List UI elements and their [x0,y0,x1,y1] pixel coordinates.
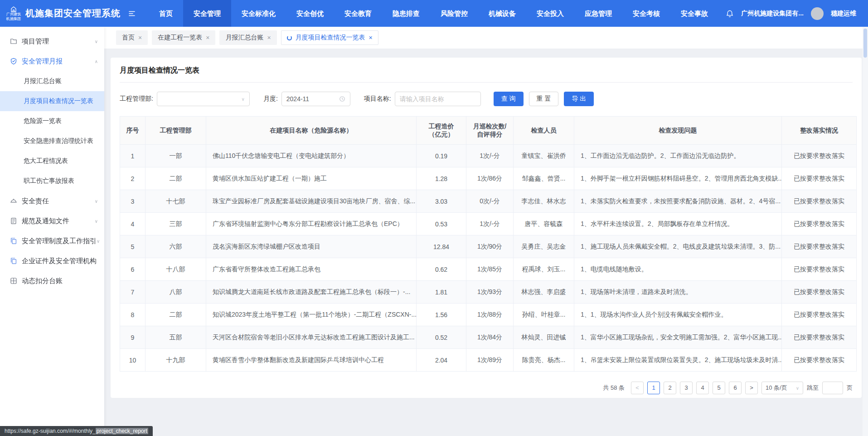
top-nav-item[interactable]: 安全管理 [183,0,231,27]
col-status: 整改落实情况 [782,117,857,145]
top-nav-item-label: 机械设备 [489,10,516,17]
col-dept: 工程管理部 [145,117,206,145]
header-right: 广州机施建设集团有... 穗建运维 [726,7,868,20]
cell-inspectors: 孙绍、叶桂章... [514,304,574,326]
top-nav-item[interactable]: 应急管理 [574,0,622,27]
cell-inspectors: 邹鑫鑫、曾贤... [514,167,574,190]
chevron-down-icon: ∨ [95,39,98,44]
table-row: 2 二部 黄埔区供水加压站扩建工程（一期）施工 1.28 1次/86分 邹鑫鑫、… [120,167,857,190]
cell-inspectors: 李志佳、林水志 [514,190,574,213]
cell-inspectors: 陈贵亮、杨杰... [514,349,574,372]
search-button[interactable]: 查 询 [494,92,524,106]
chevron-down-icon: ∨ [796,386,799,391]
page-number-button[interactable]: 2 [664,382,676,394]
cell-cost: 1.81 [417,281,466,304]
reset-button[interactable]: 重 置 [529,92,559,106]
sidebar-item[interactable]: 项目管理 ∨ [0,31,104,51]
tab[interactable]: 月报汇总台账 [219,30,276,45]
export-button[interactable]: 导 出 [564,92,594,106]
tab[interactable]: 在建工程一览表 [152,30,215,45]
top-nav-item[interactable]: 安全标准化 [231,0,286,27]
sidebar-item-label: 项目管理 [22,37,49,46]
cell-status: 已按要求整改落实 [782,235,857,258]
cell-dept: 八部 [145,281,206,304]
table-row: 10 十九部 黄埔区香雪小学整体翻新改造及新建国际乒乓球培训中心工程 2.04 … [120,349,857,372]
page-number-button[interactable]: 1 [647,382,660,394]
sidebar-item-label: 规范及通知文件 [22,217,69,225]
sidebar: 项目管理 ∨ 安全管理月报 ∧ 月报汇总台账 月度项目检查情况一览表 危险源一览… [0,27,104,436]
cell-project-name: 广东省环境辐射监测中心粤东分部工程勘察设计施工总承包（EPC） [206,213,417,235]
sidebar-item[interactable]: 安全隐患排查治理统计表 [0,131,104,151]
sidebar-item[interactable]: 月度项目检查情况一览表 [0,91,104,111]
sidebar-item-label: 安全隐患排查治理统计表 [24,137,93,145]
sidebar-item[interactable]: 安全管理制度及工作指引 ∨ [0,231,104,251]
cell-status: 已按要求整改落实 [782,326,857,349]
sidebar-item[interactable]: 职工伤亡事故报表 [0,171,104,191]
company-name[interactable]: 广州机施建设集团有... [741,10,804,18]
cell-problems: 1、外脚手架一根立杆因钢筋材料阻碍悬空。2、管理用房西北角支模缺... [574,167,782,190]
project-name-label: 项目名称: [364,95,391,103]
sidebar-item[interactable]: 企业证件及安全管理机构 [0,251,104,271]
page-number-button[interactable]: 3 [680,382,693,394]
close-icon[interactable] [267,34,271,41]
cell-frequency: 1次/-分 [466,213,514,235]
top-nav-item[interactable]: 安全教育 [334,0,382,27]
close-icon[interactable] [138,34,142,41]
sidebar-item[interactable]: 危大工程情况表 [0,151,104,171]
page-size-value: 10 条/页 [766,384,787,392]
page-size-select[interactable]: 10 条/页 ∨ [761,382,803,394]
tab[interactable]: 月度项目检查情况一览表 [281,30,378,45]
sidebar-item[interactable]: 规范及通知文件 ∨ [0,211,104,231]
tab-label: 月度项目检查情况一览表 [296,34,365,42]
page-title: 月度项目检查情况一览表 [120,58,853,75]
close-icon[interactable] [369,34,373,41]
cell-status: 已按要求整改落实 [782,167,857,190]
bell-icon[interactable] [726,10,734,18]
sidebar-item[interactable]: 危险源一览表 [0,111,104,131]
menu-collapse-icon[interactable] [128,10,136,17]
avatar[interactable] [811,7,824,20]
jump-suffix: 页 [847,384,853,392]
page-number-button[interactable]: 4 [696,382,709,394]
cell-cost: 3.03 [417,190,466,213]
cell-frequency: 1次/85分 [466,258,514,281]
page-number-button[interactable]: 6 [729,382,742,394]
next-page-button[interactable]: > [745,382,758,394]
prev-page-button[interactable]: < [631,382,644,394]
close-icon[interactable] [206,34,209,41]
username[interactable]: 穗建运维 [831,10,856,18]
tab[interactable]: 首页 [116,30,148,45]
cell-index: 3 [120,190,145,213]
sidebar-item[interactable]: 月报汇总台账 [0,71,104,91]
cell-cost: 0.52 [417,326,466,349]
cell-problems: 1、现场落叶未清理，道路未及时清洗。 [574,281,782,304]
cell-index: 9 [120,326,145,349]
jump-page-input[interactable] [822,382,843,394]
sidebar-item[interactable]: 安全管理月报 ∧ [0,51,104,71]
top-nav-item[interactable]: 机械设备 [478,0,526,27]
cell-dept: 十七部 [145,190,206,213]
top-nav-item[interactable]: 隐患排查 [382,0,430,27]
dept-select[interactable]: ∨ [157,92,250,106]
top-nav-item[interactable]: 安全事故 [670,0,718,27]
top-nav-item[interactable]: 首页 [149,0,183,27]
top-nav-item[interactable]: 风险管控 [430,0,478,27]
top-nav-item-label: 安全考核 [633,10,660,17]
cell-index: 2 [120,167,145,190]
cell-cost: 0.53 [417,213,466,235]
sidebar-item[interactable]: 安全责任 ∨ [0,191,104,211]
sidebar-item[interactable]: 动态扣分台账 [0,271,104,291]
sidebar-item-label: 安全管理月报 [22,57,63,66]
cell-status: 已按要求整改落实 [782,304,857,326]
jump-label: 跳至 [807,384,819,392]
top-nav-item[interactable]: 安全创优 [286,0,334,27]
top-nav-item-label: 风险管控 [441,10,468,17]
top-nav-item[interactable]: 安全考核 [622,0,670,27]
status-url-highlight: project_check_report [96,428,148,434]
table-row: 4 三部 广东省环境辐射监测中心粤东分部工程勘察设计施工总承包（EPC） 0.5… [120,213,857,235]
scrollbar-thumb[interactable] [863,29,867,58]
project-name-input[interactable] [395,92,481,106]
month-picker[interactable]: 2024-11 [281,92,350,106]
top-nav-item[interactable]: 安全投入 [526,0,574,27]
page-number-button[interactable]: 5 [713,382,725,394]
